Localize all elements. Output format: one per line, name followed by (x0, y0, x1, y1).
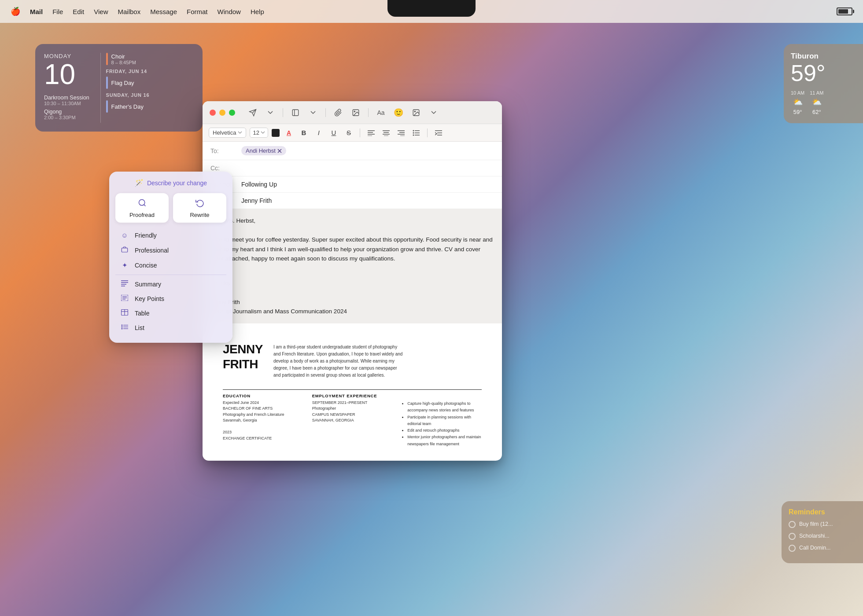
list-icon (120, 324, 129, 331)
format-strikethrough-button[interactable]: S (343, 127, 354, 139)
compose-dropdown-icon[interactable] (306, 106, 320, 120)
reminders-widget: Reminders Buy film (12... Scholarshi... … (782, 501, 863, 563)
mail-signature: Thanks Jenny Frith Dept. of Journalism a… (210, 279, 494, 316)
friendly-icon: ☺ (120, 231, 129, 239)
employment-bullets: Capture high-quality photographs to acco… (401, 400, 482, 447)
calendar-event-1: Darkroom Session 10:30 – 11:30AM (44, 95, 95, 106)
toolbar-separator-1 (283, 108, 283, 117)
concise-label: Concise (135, 262, 157, 269)
cal-event-choir-name: Choir (111, 53, 136, 60)
calendar-dot-1 (106, 53, 108, 65)
list-format-icon[interactable] (410, 127, 422, 139)
calendar-left-panel: MONDAY 10 Darkroom Session 10:30 – 11:30… (44, 53, 95, 123)
align-center-icon[interactable] (380, 127, 392, 139)
svg-rect-31 (122, 248, 127, 252)
maximize-button[interactable] (229, 110, 235, 116)
mail-format-bar: Helvetica 12 A B I U S (203, 124, 502, 142)
image-library-icon[interactable] (409, 106, 423, 120)
svg-rect-2 (292, 110, 299, 116)
battery-icon (837, 7, 852, 15)
weather-location: Tiburon (791, 52, 856, 61)
image-library-dropdown-icon[interactable] (427, 106, 441, 120)
svg-point-5 (354, 111, 355, 112)
proofread-button[interactable]: Proofread (115, 193, 169, 223)
menu-window[interactable]: Window (218, 8, 241, 15)
font-icon[interactable]: Aa (374, 106, 388, 120)
weather-hour-2-icon: ⛅ (812, 97, 822, 107)
cc-field: Cc: (203, 160, 502, 176)
calendar-dot-3 (106, 100, 108, 113)
font-name-selector[interactable]: Helvetica (209, 128, 246, 138)
svg-point-24 (413, 134, 414, 136)
menu-edit[interactable]: Edit (73, 8, 84, 15)
close-button[interactable] (210, 110, 216, 116)
emoji-icon[interactable]: 🙂 (391, 106, 406, 120)
wt-friendly-item[interactable]: ☺ Friendly (115, 228, 226, 242)
menu-app-name[interactable]: Mail (30, 8, 43, 15)
subject-value[interactable]: Following Up (241, 181, 277, 188)
friendly-label: Friendly (135, 232, 157, 239)
doc-education-col: EDUCATION Expected June 2024 BACHELOR OF… (223, 393, 303, 447)
doc-columns: EDUCATION Expected June 2024 BACHELOR OF… (223, 393, 482, 447)
calendar-day-number: 10 (44, 60, 95, 88)
weather-temperature: 59° (791, 61, 856, 86)
attachment-icon[interactable] (331, 106, 345, 120)
weather-hour-1-temp: 59° (793, 109, 802, 115)
keypoints-label: Key Points (135, 295, 164, 302)
to-label: To: (210, 147, 241, 154)
calendar-dot-2 (106, 77, 108, 89)
photo-icon[interactable] (349, 106, 363, 120)
svg-point-47 (122, 328, 123, 330)
education-title: EDUCATION (223, 393, 303, 398)
send-icon[interactable] (246, 106, 260, 120)
menu-view[interactable]: View (94, 8, 108, 15)
format-underline-button[interactable]: U (328, 127, 339, 139)
wt-list-item[interactable]: List (115, 320, 226, 335)
wt-table-item[interactable]: Table (115, 306, 226, 320)
calendar-widget: MONDAY 10 Darkroom Session 10:30 – 11:30… (35, 44, 203, 132)
mail-fields: To: Andi Herbst Cc: Subject: Following U… (203, 142, 502, 209)
wt-professional-item[interactable]: Professional (115, 242, 226, 258)
weather-hour-2: 11 AM ⛅ 62° (810, 90, 823, 115)
recipient-tag[interactable]: Andi Herbst (241, 146, 286, 155)
doc-divider (223, 389, 482, 390)
indent-icon[interactable] (433, 127, 444, 139)
toolbar-separator-2 (325, 108, 326, 117)
minimize-button[interactable] (219, 110, 225, 116)
format-highlight-icon[interactable]: A (283, 127, 295, 139)
calendar-event-2: Qigong 2:00 – 3:30PM (44, 109, 95, 120)
font-size-selector[interactable]: 12 (250, 128, 268, 138)
mail-body[interactable]: Dear Ms. Herbst, Nice to meet you for co… (203, 209, 502, 323)
reminder-3: Call Domin... (789, 544, 856, 552)
doc-bio-text: I am a third-year student undergraduate … (273, 342, 406, 379)
menu-bar-right (837, 7, 852, 15)
menu-mailbox[interactable]: Mailbox (118, 8, 140, 15)
calendar-section-fri: FRIDAY, JUN 14 (106, 69, 194, 74)
svg-line-30 (144, 205, 145, 206)
wt-concise-item[interactable]: ✦ Concise (115, 258, 226, 273)
text-color-swatch[interactable] (272, 129, 280, 137)
mail-body-text[interactable]: Dear Ms. Herbst, Nice to meet you for co… (210, 216, 494, 316)
wt-divider (115, 275, 226, 275)
education-body: Expected June 2024 BACHELOR OF FINE ARTS… (223, 400, 303, 442)
svg-point-7 (414, 111, 415, 112)
doc-header: JENNY FRITH I am a third-year student un… (223, 342, 482, 379)
wt-summary-item[interactable]: Summary (115, 277, 226, 291)
send-dropdown-icon[interactable] (263, 106, 277, 120)
wt-keypoints-item[interactable]: Key Points (115, 291, 226, 306)
calendar-today-events: Darkroom Session 10:30 – 11:30AM Qigong … (44, 95, 95, 120)
weather-hour-1-icon: ⛅ (793, 97, 803, 107)
writing-tools-title: Describe your change (147, 180, 207, 187)
apple-logo-icon[interactable]: 🍎 (11, 7, 20, 16)
rewrite-button[interactable]: Rewrite (173, 193, 226, 223)
recipient-name: Andi Herbst (246, 147, 276, 154)
format-italic-button[interactable]: I (313, 127, 325, 139)
align-right-icon[interactable] (395, 127, 407, 139)
compose-window-icon[interactable] (288, 106, 302, 120)
menu-format[interactable]: Format (187, 8, 208, 15)
align-left-icon[interactable] (365, 127, 377, 139)
format-bold-button[interactable]: B (298, 127, 310, 139)
menu-help[interactable]: Help (251, 8, 264, 15)
menu-message[interactable]: Message (150, 8, 177, 15)
menu-file[interactable]: File (52, 8, 63, 15)
